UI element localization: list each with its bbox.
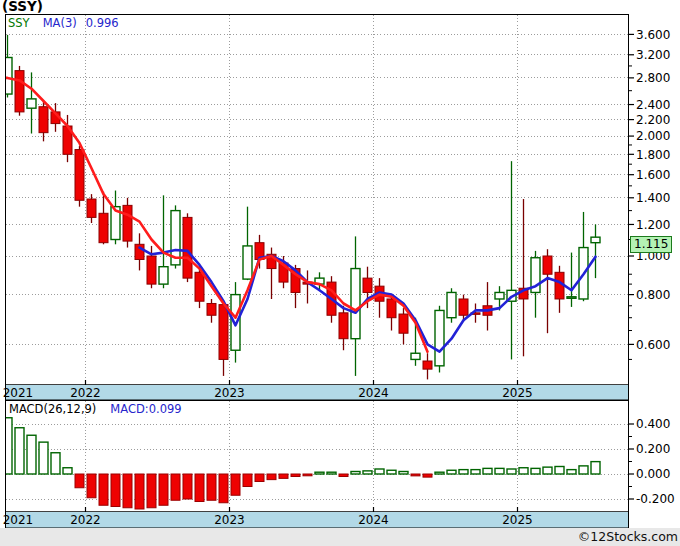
macd-bar: [471, 470, 480, 474]
macd-bar: [555, 467, 564, 475]
candle-body: [399, 314, 408, 333]
candle-body: [543, 256, 552, 274]
candle-body: [435, 310, 444, 365]
copyright-label: ©12Stocks.com: [578, 529, 678, 544]
macd-bar: [159, 474, 168, 505]
candle-body: [459, 299, 468, 315]
candle-body: [87, 199, 96, 217]
candle-body: [27, 99, 36, 108]
macd-bar: [147, 474, 156, 508]
candle-body: [387, 299, 396, 318]
macd-bar: [87, 474, 96, 498]
price-axis-label: 2.800: [636, 71, 670, 85]
macd-bar: [327, 472, 336, 474]
candle-body: [75, 150, 84, 201]
macd-bar: [123, 474, 132, 508]
macd-bar: [543, 467, 552, 474]
candle-body: [99, 213, 108, 242]
macd-bar: [423, 474, 432, 477]
macd-bar: [255, 474, 264, 482]
macd-axis-label: -0.200: [636, 492, 675, 506]
macd-bar: [507, 469, 516, 474]
macd-bar: [483, 468, 492, 474]
year-label: 2024: [358, 513, 389, 527]
macd-bar: [219, 474, 228, 503]
year-label: 2024: [358, 386, 389, 400]
macd-bar: [375, 469, 384, 474]
macd-value-label: MACD:0.099: [110, 402, 181, 416]
macd-bar: [3, 418, 12, 474]
price-axis-label: 3.600: [636, 28, 670, 42]
macd-header: MACD(26,12,9)MACD:0.099: [9, 402, 182, 416]
legend-symbol: SSY: [8, 16, 30, 30]
candle-body: [3, 57, 12, 94]
price-axis-label: 2.000: [636, 129, 670, 143]
candle-body: [495, 292, 504, 299]
macd-axis-label: 0.400: [636, 417, 670, 431]
macd-axis-label: 0.000: [636, 467, 670, 481]
macd-bar: [579, 466, 588, 474]
macd-bar: [519, 468, 528, 474]
candle-body: [159, 267, 168, 284]
candle-body: [183, 217, 192, 278]
price-axis-label: 1.400: [636, 191, 670, 205]
price-axis-label: 0.800: [636, 288, 670, 302]
candle-body: [567, 297, 576, 299]
macd-bar: [567, 470, 576, 474]
macd-bar: [183, 474, 192, 499]
macd-bar: [459, 470, 468, 474]
macd-bar: [435, 472, 444, 474]
macd-bar: [135, 474, 144, 509]
year-label: 2021: [3, 513, 34, 527]
year-label: 2025: [502, 386, 533, 400]
candle-body: [207, 303, 216, 315]
candle-body: [351, 269, 360, 339]
macd-bar: [111, 474, 120, 507]
macd-bar: [291, 474, 300, 477]
year-label: 2021: [3, 386, 34, 400]
macd-bar: [75, 474, 84, 488]
candle-body: [219, 305, 228, 360]
candle-body: [339, 313, 348, 339]
candle-body: [243, 246, 252, 279]
candle-body: [363, 278, 372, 292]
macd-bar: [411, 474, 420, 476]
macd-bar: [171, 474, 180, 500]
macd-bar: [531, 468, 540, 474]
chart-canvas: 3.6003.2002.8002.4002.2002.0001.8001.600…: [0, 0, 680, 546]
price-axis-label: 1.200: [636, 218, 670, 232]
macd-bar: [39, 442, 48, 474]
price-axis-label: 3.200: [636, 48, 670, 62]
macd-bar: [279, 474, 288, 478]
candle-body: [447, 292, 456, 317]
macd-params-label: MACD(26,12,9): [9, 402, 96, 416]
macd-bar: [99, 474, 108, 505]
year-label: 2025: [502, 513, 533, 527]
legend-ma-value: 0.996: [86, 16, 119, 30]
macd-bar: [231, 474, 240, 495]
macd-bar: [267, 474, 276, 480]
candle-body: [423, 361, 432, 369]
price-axis-label: 2.200: [636, 113, 670, 127]
macd-bar: [591, 462, 600, 474]
macd-bar: [303, 474, 312, 476]
price-axis-label: 1.800: [636, 148, 670, 162]
macd-bar: [63, 468, 72, 474]
candle-body: [15, 71, 24, 112]
macd-bar: [495, 468, 504, 474]
macd-axis-label: 0.200: [636, 442, 670, 456]
price-axis-label: 1.600: [636, 168, 670, 182]
candle-body: [591, 237, 600, 243]
candle-body: [39, 107, 48, 133]
macd-bar: [399, 472, 408, 475]
page-title: (SSY): [2, 0, 43, 14]
last-price-tag: 1.115: [630, 236, 672, 253]
price-axis-label: 0.600: [636, 338, 670, 352]
candle-body: [195, 272, 204, 301]
macd-chart-frame: [6, 401, 629, 528]
macd-bar: [51, 453, 60, 474]
price-axis-label: 2.400: [636, 98, 670, 112]
legend-ma-label: MA(3): [43, 16, 77, 30]
candle-body: [123, 205, 132, 241]
candle-body: [147, 256, 156, 284]
